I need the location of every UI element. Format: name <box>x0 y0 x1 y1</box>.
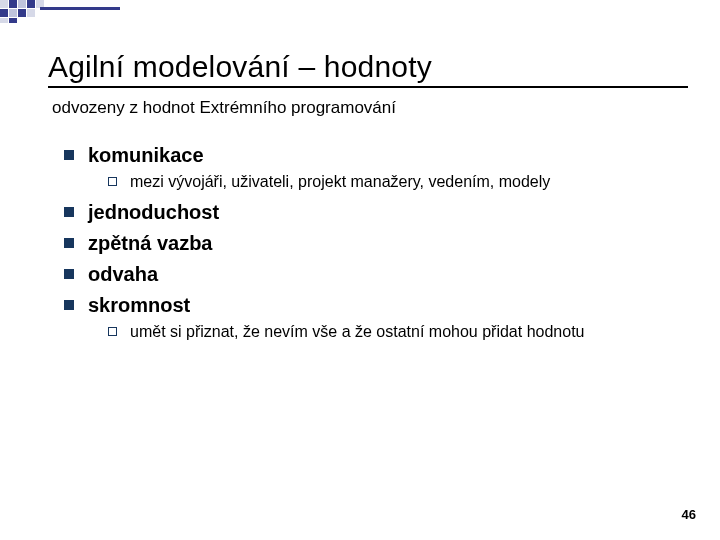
list-item-label: skromnost <box>88 294 190 316</box>
sub-list-item: mezi vývojáři, uživateli, projekt manaže… <box>108 173 680 191</box>
svg-rect-1 <box>9 0 17 8</box>
list-item-label: odvaha <box>88 263 158 285</box>
svg-rect-11 <box>40 7 120 10</box>
svg-rect-2 <box>18 0 26 8</box>
svg-rect-6 <box>9 9 17 17</box>
svg-rect-5 <box>0 9 8 17</box>
value-list: komunikace mezi vývojáři, uživateli, pro… <box>64 144 680 341</box>
svg-rect-7 <box>18 9 26 17</box>
list-item: odvaha <box>64 263 680 286</box>
list-item: jednoduchost <box>64 201 680 224</box>
svg-rect-10 <box>9 18 17 23</box>
list-item-label: komunikace <box>88 144 204 166</box>
list-item: zpětná vazba <box>64 232 680 255</box>
sub-list-item: umět si přiznat, že nevím vše a že ostat… <box>108 323 680 341</box>
sub-list: mezi vývojáři, uživateli, projekt manaže… <box>108 173 680 191</box>
svg-rect-4 <box>36 0 44 8</box>
page-number: 46 <box>682 507 696 522</box>
list-item-label: jednoduchost <box>88 201 219 223</box>
list-item-label: zpětná vazba <box>88 232 212 254</box>
sub-list: umět si přiznat, že nevím vše a že ostat… <box>108 323 680 341</box>
title-rule <box>48 86 688 88</box>
svg-rect-0 <box>0 0 8 8</box>
list-item: skromnost umět si přiznat, že nevím vše … <box>64 294 680 341</box>
list-item: komunikace mezi vývojáři, uživateli, pro… <box>64 144 680 191</box>
slide-content: Agilní modelování – hodnoty odvozeny z h… <box>0 0 720 341</box>
svg-rect-3 <box>27 0 35 8</box>
svg-rect-9 <box>0 18 8 23</box>
svg-rect-8 <box>27 9 35 17</box>
slide-subtitle: odvozeny z hodnot Extrémního programován… <box>52 98 680 118</box>
slide-title: Agilní modelování – hodnoty <box>48 50 680 84</box>
corner-decoration <box>0 0 120 25</box>
